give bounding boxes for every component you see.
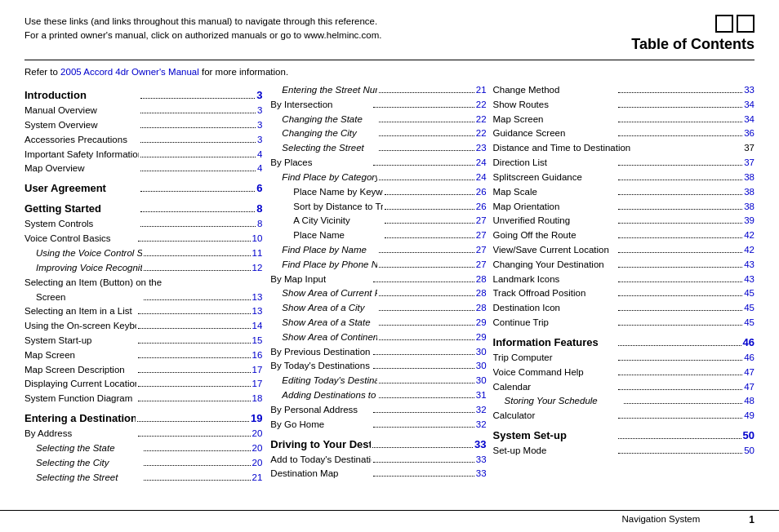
page-number[interactable]: 28 [476,301,487,316]
page-number[interactable]: 26 [476,185,487,200]
page-number[interactable]: 47 [744,380,755,395]
page-number[interactable]: 4 [257,162,262,176]
page-number[interactable]: 28 [476,286,487,301]
dots [138,372,250,373]
page-number[interactable]: 49 [744,409,755,423]
page-number[interactable]: 20 [252,427,263,441]
page-number[interactable]: 14 [252,319,263,334]
entry-text: Landmark Icons [493,273,617,287]
entry-text: Information Features [493,335,617,351]
page-number[interactable]: 30 [476,345,487,360]
page-number[interactable]: 16 [252,348,263,363]
page-number[interactable]: 22 [476,126,487,141]
page-number[interactable]: 43 [744,258,755,273]
page-number[interactable]: 12 [252,261,263,276]
header-right: Table of Contents [631,15,755,53]
entry-text: Changing the City [270,126,377,141]
page-number[interactable]: 42 [744,228,755,243]
page-number[interactable]: 46 [743,335,755,351]
page-number[interactable]: 22 [476,98,487,113]
page-number[interactable]: 34 [744,98,755,113]
page-number[interactable]: 27 [476,214,487,228]
page-number[interactable]: 30 [476,359,487,374]
entry-text: Find Place by Category [270,171,377,185]
page-number[interactable]: 19 [251,410,262,427]
page-number[interactable]: 3 [257,133,262,148]
page-number[interactable]: 45 [744,316,755,330]
page-number[interactable]: 24 [476,156,487,171]
page-number[interactable]: 33 [476,453,487,468]
page-number[interactable]: 27 [476,228,487,243]
entry-text: Adding Destinations to the List [270,388,377,403]
page-number[interactable]: 38 [744,200,755,215]
page-number[interactable]: 47 [744,366,755,380]
page-number[interactable]: 46 [744,351,755,366]
nav-icon-next[interactable] [737,15,755,33]
page-number[interactable]: 3 [257,104,262,118]
page-number[interactable]: 4 [257,148,262,162]
page-number[interactable]: 32 [476,418,487,432]
entry-text: Changing Your Destination [493,258,617,273]
page-number[interactable]: 37 [744,156,755,171]
page-number[interactable]: 17 [252,377,263,392]
page-number[interactable]: 11 [252,246,263,261]
page-number[interactable]: 48 [744,394,755,409]
nav-icon-prev[interactable] [715,15,733,33]
entry-text: Displaying Current Location [24,377,136,392]
page-number[interactable]: 22 [476,113,487,127]
page-number[interactable]: 38 [744,171,755,185]
dots [373,368,474,369]
page-number[interactable]: 42 [744,243,755,258]
page-number[interactable]: 6 [256,180,262,197]
dots [138,401,250,401]
page-number[interactable]: 21 [476,83,487,98]
page-number[interactable]: 27 [476,258,487,273]
page-number[interactable]: 10 [252,232,263,246]
page-number[interactable]: 36 [744,126,755,141]
page-number[interactable]: 31 [476,388,487,403]
page-number[interactable]: 26 [476,200,487,215]
dots [373,354,474,355]
page-number[interactable]: 15 [252,334,263,348]
page-number[interactable]: 28 [476,273,487,287]
page-number[interactable]: 20 [252,441,263,456]
page-number[interactable]: 18 [252,392,263,406]
page-number[interactable]: 8 [257,217,262,232]
page-number[interactable]: 50 [744,444,755,459]
page-number[interactable]: 24 [476,171,487,185]
dots [144,465,250,466]
page-number[interactable]: 27 [476,243,487,258]
page-number[interactable]: 29 [476,316,487,330]
page-number[interactable]: 8 [256,201,262,217]
page-number[interactable]: 50 [743,428,755,444]
page-number[interactable]: 23 [476,141,487,156]
page-number[interactable]: 13 [252,304,263,319]
toc-entry: Show Area of Current Position28 [270,286,486,301]
dots [624,403,742,404]
page-number[interactable]: 43 [744,273,755,287]
entry-text: Show Routes [493,98,617,113]
page-number[interactable]: 32 [476,403,487,418]
page-number[interactable]: 45 [744,301,755,316]
page-number[interactable]: 21 [252,471,263,485]
page-number[interactable]: 30 [476,374,487,388]
page-number[interactable]: 3 [256,87,262,104]
toc-entry: Changing Your Destination43 [493,258,755,273]
toc-entry: System Controls8 [24,217,262,232]
toc-entry: Place Name by Keyword26 [270,185,486,200]
page-number[interactable]: 17 [252,363,263,378]
toc-entry: Using the Voice Control System11 [24,246,262,261]
page-number[interactable]: 13 [252,290,263,305]
page-number[interactable]: 29 [476,330,487,345]
refer-link[interactable]: 2005 Accord 4dr Owner's Manual [60,67,199,77]
page-number[interactable]: 20 [252,456,263,471]
page-number[interactable]: 33 [474,437,486,453]
page-number[interactable]: 38 [744,185,755,200]
dots [373,107,474,108]
page-number[interactable]: 3 [257,118,262,133]
page-number[interactable]: 33 [476,467,487,481]
page-number[interactable]: 34 [744,113,755,127]
page-number[interactable]: 33 [744,83,755,98]
page-number[interactable]: 39 [744,214,755,228]
page-number[interactable]: 45 [744,286,755,301]
